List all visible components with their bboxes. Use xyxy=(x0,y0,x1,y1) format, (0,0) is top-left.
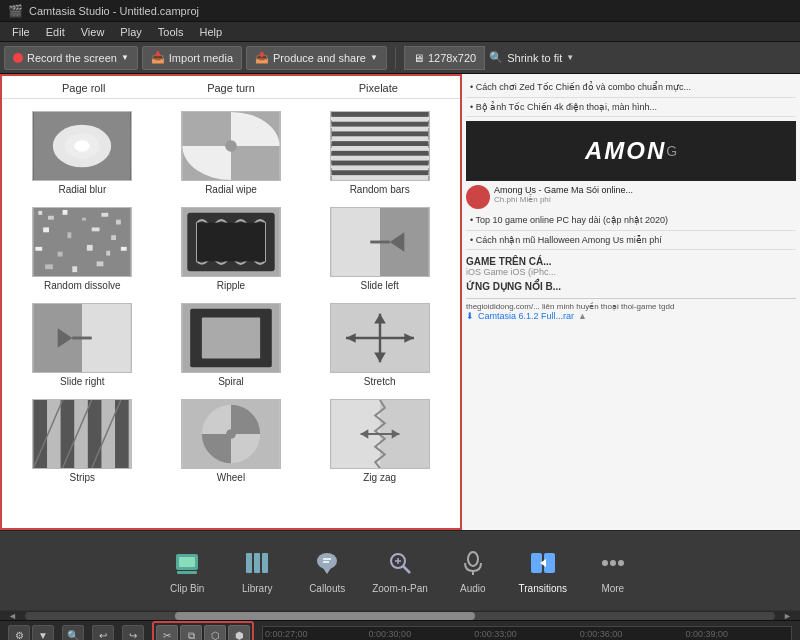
thumb-slide-left xyxy=(330,207,430,277)
main-area: Page roll Page turn Pixelate Radia xyxy=(0,74,800,530)
transition-strips[interactable]: Strips xyxy=(10,395,155,487)
transition-spiral[interactable]: Spiral xyxy=(159,299,304,391)
search-btn[interactable]: 🔍 xyxy=(62,625,84,641)
svg-rect-11 xyxy=(331,151,428,156)
svg-rect-9 xyxy=(331,131,428,136)
svg-rect-26 xyxy=(58,252,63,257)
time-3: 0:00:36;00 xyxy=(580,629,623,639)
label-random-dissolve: Random dissolve xyxy=(44,280,121,291)
svg-rect-32 xyxy=(97,261,104,266)
label-wheel: Wheel xyxy=(217,472,245,483)
transition-stretch[interactable]: Stretch xyxy=(307,299,452,391)
tool-more[interactable]: More xyxy=(588,547,638,594)
menu-help[interactable]: Help xyxy=(191,24,230,40)
scroll-left-icon[interactable]: ◄ xyxy=(8,611,17,621)
browser-preview: • Cách chơi Zed Tốc Chiến đỏ và combo ch… xyxy=(462,74,800,530)
browser-item-4: • Cách nhận mũ Halloween Among Us miễn p… xyxy=(466,231,796,251)
split-btn[interactable]: ⧉ xyxy=(180,625,202,641)
transition-random-dissolve[interactable]: Random dissolve xyxy=(10,203,155,295)
transition-slide-left[interactable]: Slide left xyxy=(307,203,452,295)
transition-wheel[interactable]: Wheel xyxy=(159,395,304,487)
toolbar: Record the screen ▼ 📥 Import media 📤 Pro… xyxy=(0,42,800,74)
browser-item-3: • Top 10 game online PC hay dài (cập nhậ… xyxy=(466,211,796,231)
svg-point-80 xyxy=(317,553,337,569)
svg-point-67 xyxy=(226,429,236,439)
tool-clip-bin[interactable]: Clip Bin xyxy=(162,547,212,594)
record-icon xyxy=(13,53,23,63)
fwd-btn[interactable]: ↪ xyxy=(122,625,144,641)
import-label: Import media xyxy=(169,52,233,64)
paste-btn[interactable]: ⬢ xyxy=(228,625,250,641)
settings-btn[interactable]: ⚙ xyxy=(8,625,30,641)
download-bar: thegioididong.com/... liên minh huyền th… xyxy=(466,298,796,311)
tool-callouts[interactable]: Callouts xyxy=(302,547,352,594)
svg-point-95 xyxy=(618,560,624,566)
copy-btn[interactable]: ⬡ xyxy=(204,625,226,641)
transitions-grid-scroll[interactable]: Radial blur Radial wipe xyxy=(2,99,460,528)
transition-zig-zag[interactable]: Zig zag xyxy=(307,395,452,487)
menubar: File Edit View Play Tools Help xyxy=(0,22,800,42)
menu-edit[interactable]: Edit xyxy=(38,24,73,40)
back-btn[interactable]: ↩ xyxy=(92,625,114,641)
cut-btn[interactable]: ✂ xyxy=(156,625,178,641)
thumb-random-bars xyxy=(330,111,430,181)
svg-rect-19 xyxy=(102,213,109,217)
menu-view[interactable]: View xyxy=(73,24,113,40)
produce-icon: 📤 xyxy=(255,51,269,64)
import-button[interactable]: 📥 Import media xyxy=(142,46,242,70)
label-radial-blur: Radial blur xyxy=(58,184,106,195)
timeline: ⚙ ▼ 🔍 ↩ ↪ ✂ ⧉ ⬡ ⬢ 0:00:27;00 0:00:30;00 … xyxy=(0,620,800,640)
grid-header: Page roll Page turn Pixelate xyxy=(2,76,460,99)
thumb-spiral xyxy=(181,303,281,373)
resolution-icon: 🖥 xyxy=(413,52,424,64)
transition-slide-right[interactable]: Slide right xyxy=(10,299,155,391)
transition-random-bars[interactable]: Random bars xyxy=(307,107,452,199)
svg-rect-25 xyxy=(36,247,43,251)
thumb-radial-wipe xyxy=(181,111,281,181)
label-zig-zag: Zig zag xyxy=(363,472,396,483)
svg-rect-7 xyxy=(331,112,428,117)
import-icon: 📥 xyxy=(151,51,165,64)
zoom-icon: 🔍 xyxy=(489,51,503,64)
time-track[interactable]: 0:00:27;00 0:00:30;00 0:00:33;00 0:00:36… xyxy=(262,626,792,641)
tool-audio[interactable]: Audio xyxy=(448,547,498,594)
tool-audio-label: Audio xyxy=(460,583,486,594)
svg-point-94 xyxy=(610,560,616,566)
produce-label: Produce and share xyxy=(273,52,366,64)
time-2: 0:00:33;00 xyxy=(474,629,517,639)
down-arrow-btn[interactable]: ▼ xyxy=(32,625,54,641)
svg-line-85 xyxy=(403,566,410,573)
audio-icon xyxy=(457,547,489,579)
scroll-right-icon[interactable]: ► xyxy=(783,611,792,621)
header-col2: Page turn xyxy=(157,82,304,94)
svg-rect-27 xyxy=(87,245,93,251)
tool-transitions[interactable]: Transitions xyxy=(518,547,568,594)
game-info-text: Among Us - Game Ma Sói online... Ch.phí … xyxy=(494,185,633,209)
label-ripple: Ripple xyxy=(217,280,245,291)
produce-button[interactable]: 📤 Produce and share ▼ xyxy=(246,46,387,70)
svg-rect-17 xyxy=(63,210,68,215)
time-0: 0:00:27;00 xyxy=(265,629,308,639)
menu-tools[interactable]: Tools xyxy=(150,24,192,40)
tool-zoom-label: Zoom-n-Pan xyxy=(372,583,428,594)
svg-point-5 xyxy=(225,140,237,152)
zoom-n-pan-icon xyxy=(384,547,416,579)
transition-radial-blur[interactable]: Radial blur xyxy=(10,107,155,199)
svg-rect-77 xyxy=(246,553,252,573)
label-radial-wipe: Radial wipe xyxy=(205,184,257,195)
h-scrollbar[interactable] xyxy=(25,612,775,620)
tool-zoom-n-pan[interactable]: Zoom-n-Pan xyxy=(372,547,428,594)
svg-rect-30 xyxy=(45,264,53,269)
svg-rect-48 xyxy=(202,318,260,359)
transition-ripple[interactable]: Ripple xyxy=(159,203,304,295)
resolution-box: 🖥 1278x720 xyxy=(404,46,485,70)
game-info-row: Among Us - Game Ma Sói online... Ch.phí … xyxy=(466,185,796,209)
section-header2: ỨNG DỤNG NỔI B... xyxy=(466,281,796,292)
menu-play[interactable]: Play xyxy=(112,24,149,40)
transition-radial-wipe[interactable]: Radial wipe xyxy=(159,107,304,199)
menu-file[interactable]: File xyxy=(4,24,38,40)
game-icon xyxy=(466,185,490,209)
tool-library[interactable]: Library xyxy=(232,547,282,594)
thumb-strips xyxy=(32,399,132,469)
record-button[interactable]: Record the screen ▼ xyxy=(4,46,138,70)
